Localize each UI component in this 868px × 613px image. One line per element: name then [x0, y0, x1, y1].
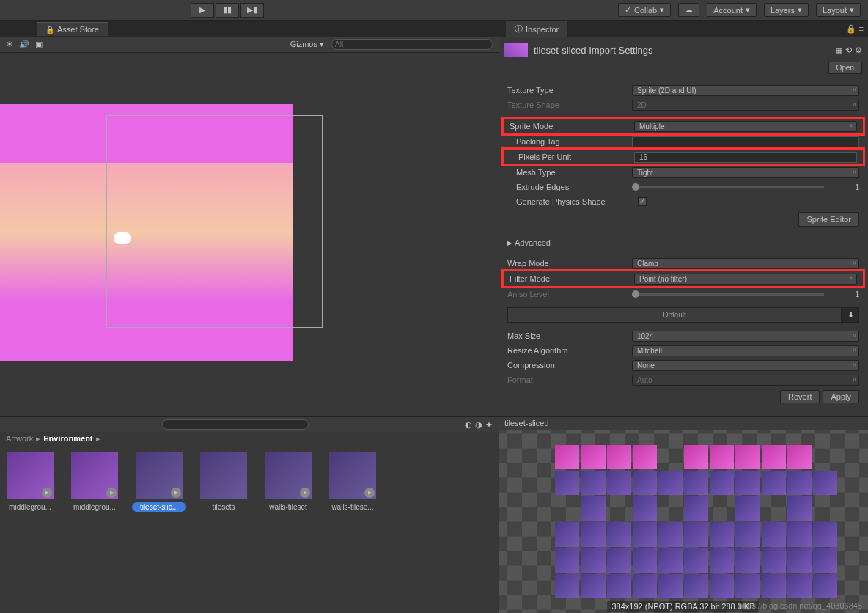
pause-button[interactable]: ▮▮ [216, 3, 239, 18]
extrude-edges-row: Extrude Edges 1 [501, 180, 865, 194]
icon-1[interactable]: ▦ [835, 45, 842, 55]
asset-item[interactable]: ▶middlegrou... [67, 452, 122, 512]
generate-physics-row: Generate Physics Shape ✓ [501, 194, 865, 209]
asset-header: tileset-sliced Import Settings ▦ ⟲ ⚙ [501, 40, 865, 60]
info-icon: ⓘ [515, 23, 523, 34]
compression-label: Compression [507, 361, 632, 370]
collab-dropdown[interactable]: ✓ Collab ▾ [618, 3, 671, 17]
texture-shape-label: Texture Shape [507, 100, 632, 109]
gizmos-dropdown[interactable]: Gizmos ▾ [286, 38, 328, 51]
wrap-mode-dropdown[interactable]: Clamp [632, 258, 859, 269]
scene-view[interactable] [0, 53, 499, 416]
default-platform-tab[interactable]: Default [507, 307, 842, 323]
scene-search[interactable] [331, 39, 493, 50]
collab-label: Collab [634, 6, 657, 15]
top-toolbar: ▶ ▮▮ ▶▮ ✓ Collab ▾ ☁ Account ▾ Layers ▾ … [0, 0, 868, 21]
pixels-per-unit-row: Pixels Per Unit [504, 150, 863, 164]
layers-dropdown[interactable]: Layers ▾ [764, 3, 809, 17]
lock-icon[interactable]: 🔒 [846, 24, 856, 34]
max-size-label: Max Size [507, 331, 632, 340]
advanced-label: Advanced [515, 238, 551, 247]
layers-label: Layers [770, 6, 795, 15]
extrude-edges-label: Extrude Edges [507, 183, 632, 191]
play-button[interactable]: ▶ [191, 3, 214, 18]
pixels-per-unit-input[interactable] [634, 152, 857, 163]
lock-icon: 🔒 [45, 26, 54, 34]
asset-label: middlegrou... [3, 502, 57, 512]
preview-info: 384x192 (NPOT) RGBA 32 bit 288.0 KB [607, 601, 759, 612]
open-button[interactable]: Open [828, 62, 862, 74]
asset-item[interactable]: tilesets [196, 452, 251, 512]
inspector-tab[interactable]: ⓘInspector [506, 21, 567, 37]
generate-physics-checkbox[interactable]: ✓ [638, 197, 647, 206]
texture-type-label: Texture Type [507, 86, 632, 95]
generate-physics-label: Generate Physics Shape [507, 197, 638, 206]
sprite-mode-highlight: Sprite Mode Multiple [501, 117, 865, 136]
preview-content[interactable]: 384x192 (NPOT) RGBA 32 bit 288.0 KB [499, 430, 868, 613]
asset-item[interactable]: ▶tileset-slic... [132, 452, 186, 512]
pixels-per-unit-label: Pixels Per Unit [510, 153, 634, 161]
account-dropdown[interactable]: Account ▾ [707, 3, 757, 17]
breadcrumb-environment[interactable]: Environment [43, 434, 92, 443]
cloud-button[interactable]: ☁ [678, 3, 699, 17]
account-label: Account [713, 6, 743, 15]
step-button[interactable]: ▶▮ [240, 3, 264, 18]
menu-icon[interactable]: ≡ [859, 24, 864, 34]
layout-dropdown[interactable]: Layout ▾ [816, 3, 861, 17]
asset-item[interactable]: ▶middlegrou... [3, 452, 57, 512]
texture-type-row: Texture Type Sprite (2D and UI) [501, 83, 865, 98]
revert-button[interactable]: Revert [780, 390, 820, 403]
star-icon[interactable]: ★ [485, 420, 493, 430]
apply-row: Revert Apply [501, 387, 865, 406]
mesh-type-row: Mesh Type Tight [501, 165, 865, 180]
icon-2[interactable]: ⟲ [845, 45, 852, 55]
texture-type-dropdown[interactable]: Sprite (2D and UI) [632, 85, 859, 96]
filter-mode-dropdown[interactable]: Point (no filter) [634, 274, 857, 285]
asset-item[interactable]: ▶walls-tileset [261, 452, 315, 512]
asset-thumbnail [504, 43, 528, 57]
light-icon[interactable]: ☀ [6, 40, 13, 49]
filter-icon[interactable]: ◐ [465, 420, 472, 430]
scene-tab-bar: 🔒Asset Store [0, 21, 499, 37]
asset-label: walls-tileset [261, 502, 315, 512]
project-search[interactable] [162, 419, 309, 430]
aniso-slider: 1 [632, 290, 859, 298]
resize-algorithm-dropdown[interactable]: Mitchell [632, 345, 859, 356]
sprite-mode-dropdown[interactable]: Multiple [634, 121, 857, 132]
tab-label: Asset Store [57, 25, 99, 34]
audio-icon[interactable]: 🔊 [19, 40, 29, 49]
gear-icon[interactable]: ⚙ [855, 45, 862, 55]
selection-rect[interactable] [106, 115, 323, 328]
asset-item[interactable]: ▶walls-tilese... [326, 452, 380, 512]
filter-mode-highlight: Filter Mode Point (no filter) [501, 269, 865, 288]
format-row: Format Auto [501, 372, 865, 387]
packing-tag-input[interactable] [632, 136, 859, 147]
aniso-level-label: Aniso Level [507, 290, 632, 298]
asset-store-tab[interactable]: 🔒Asset Store [37, 22, 108, 36]
preview-header: tileset-sliced [499, 417, 868, 430]
image-icon[interactable]: ▣ [35, 40, 43, 49]
texture-shape-row: Texture Shape 2D [501, 98, 865, 112]
apply-button[interactable]: Apply [823, 390, 859, 403]
download-icon[interactable]: ⬇ [842, 307, 859, 323]
inspector-content: tileset-sliced Import Settings ▦ ⟲ ⚙ Ope… [499, 37, 868, 416]
sprite-editor-button[interactable]: Sprite Editor [798, 212, 859, 227]
tileset-preview-image [529, 445, 837, 599]
mesh-type-dropdown[interactable]: Tight [632, 167, 859, 178]
wrap-mode-row: Wrap Mode Clamp [501, 256, 865, 271]
filter-mode-label: Filter Mode [510, 274, 634, 283]
compression-dropdown[interactable]: None [632, 360, 859, 371]
format-label: Format [507, 375, 632, 384]
inspector-tab-bar: ⓘInspector 🔒 ≡ [499, 21, 868, 37]
preview-panel: tileset-sliced 384x192 (NPOT) RGBA 32 bi… [499, 417, 868, 613]
asset-label-selected: tileset-slic... [132, 502, 186, 512]
max-size-dropdown[interactable]: 1024 [632, 331, 859, 342]
aniso-level-row: Aniso Level 1 [501, 287, 865, 301]
asset-label: tilesets [196, 502, 251, 512]
foldout-arrow-icon: ▶ [507, 240, 512, 246]
advanced-foldout[interactable]: ▶ Advanced [501, 235, 865, 250]
extrude-edges-slider[interactable]: 1 [632, 183, 859, 191]
tag-icon[interactable]: ◑ [475, 420, 482, 430]
breadcrumb-artwork[interactable]: Artwork [6, 434, 33, 443]
breadcrumb: Artwork ▸ Environment ▸ [0, 432, 499, 445]
